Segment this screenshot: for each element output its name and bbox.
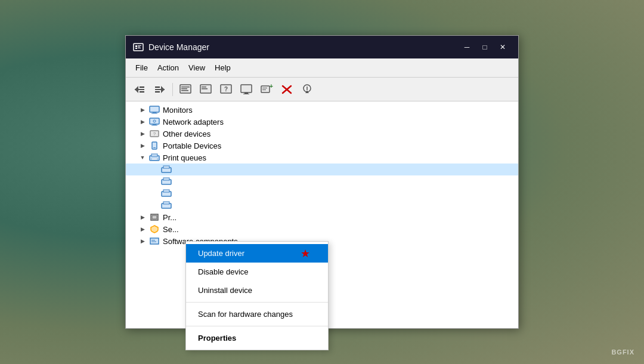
expander-network[interactable]: ▶ bbox=[138, 117, 147, 127]
back-button[interactable] bbox=[131, 81, 148, 98]
monitors-icon bbox=[148, 105, 160, 115]
svg-rect-24 bbox=[244, 92, 248, 94]
ctx-separator-1 bbox=[186, 302, 328, 303]
processors-label: Pr... bbox=[163, 213, 177, 222]
svg-rect-62 bbox=[151, 242, 156, 242]
toolbar-properties-btn[interactable] bbox=[177, 81, 194, 98]
print-item-4-icon bbox=[160, 200, 172, 210]
expander-other[interactable]: ▶ bbox=[138, 129, 147, 138]
expander-software[interactable]: ▶ bbox=[138, 236, 147, 246]
ctx-scan-hardware[interactable]: Scan for hardware changes bbox=[186, 305, 328, 323]
tree-item-print-queues[interactable]: ▼ Print queues bbox=[126, 152, 518, 164]
svg-rect-25 bbox=[243, 94, 249, 94]
network-adapters-label: Network adapters bbox=[163, 118, 224, 127]
svg-rect-16 bbox=[181, 88, 187, 90]
ctx-properties[interactable]: Properties bbox=[186, 329, 328, 347]
toolbar-display-btn[interactable] bbox=[237, 81, 255, 98]
svg-rect-5 bbox=[138, 48, 141, 48]
svg-rect-4 bbox=[138, 47, 140, 47]
ctx-update-driver-label: Update driver bbox=[198, 249, 244, 258]
device-manager-window: Device Manager ─ □ ✕ File Action View He… bbox=[125, 35, 519, 329]
menu-help[interactable]: Help bbox=[210, 61, 236, 74]
svg-rect-39 bbox=[150, 118, 159, 124]
window-controls: ─ □ ✕ bbox=[459, 41, 511, 54]
svg-rect-36 bbox=[150, 106, 159, 112]
svg-text:?: ? bbox=[153, 131, 156, 137]
ctx-disable-device[interactable]: Disable device bbox=[186, 263, 328, 281]
portable-devices-label: Portable Devices bbox=[163, 141, 221, 150]
svg-rect-41 bbox=[151, 125, 157, 126]
toolbar: ? + bbox=[126, 78, 518, 101]
print-item-3-icon bbox=[160, 189, 172, 198]
toolbar-scan-btn[interactable] bbox=[298, 81, 316, 98]
network-icon bbox=[148, 117, 160, 127]
svg-rect-2 bbox=[135, 48, 137, 49]
ctx-uninstall-device[interactable]: Uninstall device bbox=[186, 281, 328, 300]
other-devices-label: Other devices bbox=[163, 129, 210, 138]
menu-view[interactable]: View bbox=[184, 61, 210, 74]
tree-item-other-devices[interactable]: ▶ ? Other devices bbox=[126, 128, 518, 140]
ctx-update-driver[interactable]: Update driver ★ bbox=[186, 244, 328, 263]
title-bar: Device Manager ─ □ ✕ bbox=[126, 36, 518, 58]
print-queues-icon bbox=[148, 153, 160, 162]
svg-rect-11 bbox=[155, 89, 165, 90]
tree-item-print-3[interactable] bbox=[126, 187, 518, 199]
software-components-icon bbox=[148, 236, 160, 246]
minimize-button[interactable]: ─ bbox=[459, 41, 475, 54]
tree-item-monitors[interactable]: ▶ Monitors bbox=[126, 104, 518, 116]
toolbar-help-btn[interactable]: ? bbox=[217, 81, 235, 98]
tree-item-processors[interactable]: ▶ Pr... bbox=[126, 211, 518, 223]
ctx-separator-2 bbox=[186, 326, 328, 326]
close-button[interactable]: ✕ bbox=[494, 41, 511, 54]
svg-rect-40 bbox=[153, 124, 156, 125]
ctx-uninstall-device-label: Uninstall device bbox=[198, 286, 252, 295]
toolbar-remove-btn[interactable] bbox=[278, 81, 296, 98]
star-annotation-icon: ★ bbox=[301, 247, 310, 260]
tree-item-print-1[interactable] bbox=[126, 164, 518, 175]
expander-print[interactable]: ▼ bbox=[138, 153, 147, 162]
print-item-2-icon bbox=[160, 177, 172, 186]
svg-rect-26 bbox=[261, 86, 270, 92]
svg-rect-38 bbox=[151, 113, 157, 114]
tree-item-network-adapters[interactable]: ▶ Network adapters bbox=[126, 116, 518, 128]
svg-rect-46 bbox=[153, 147, 156, 148]
tree-item-portable-devices[interactable]: ▶ Portable Devices bbox=[126, 140, 518, 152]
svg-rect-23 bbox=[241, 85, 252, 92]
other-devices-icon: ? bbox=[148, 129, 160, 138]
svg-rect-7 bbox=[135, 89, 144, 90]
expander-security[interactable]: ▶ bbox=[138, 224, 147, 234]
svg-rect-37 bbox=[153, 112, 156, 113]
toolbar-separator-1 bbox=[172, 83, 173, 96]
expander-monitors[interactable]: ▶ bbox=[138, 105, 147, 115]
toolbar-update-btn[interactable] bbox=[197, 81, 215, 98]
toolbar-add-btn[interactable]: + bbox=[258, 81, 275, 98]
maximize-button[interactable]: □ bbox=[476, 41, 493, 54]
security-label: Se... bbox=[163, 225, 179, 234]
svg-rect-57 bbox=[163, 202, 169, 204]
menu-file[interactable]: File bbox=[131, 61, 153, 74]
window-icon bbox=[133, 42, 144, 53]
ctx-disable-device-label: Disable device bbox=[198, 267, 249, 276]
print-queues-label: Print queues bbox=[163, 153, 206, 162]
expander-processors[interactable]: ▶ bbox=[138, 212, 147, 222]
menu-action[interactable]: Action bbox=[153, 61, 184, 74]
forward-button[interactable] bbox=[151, 81, 169, 98]
svg-rect-49 bbox=[151, 158, 157, 160]
window-title: Device Manager bbox=[148, 42, 209, 52]
security-icon bbox=[148, 224, 160, 234]
expander-print-1 bbox=[150, 165, 159, 174]
svg-rect-29 bbox=[262, 90, 266, 90]
menu-bar: File Action View Help bbox=[126, 58, 518, 78]
svg-rect-12 bbox=[155, 87, 160, 88]
tree-item-print-4[interactable] bbox=[126, 199, 518, 211]
tree-item-print-2[interactable] bbox=[126, 175, 518, 187]
svg-rect-55 bbox=[163, 190, 169, 192]
ctx-scan-hardware-label: Scan for hardware changes bbox=[198, 310, 293, 319]
svg-rect-51 bbox=[163, 166, 169, 168]
expander-portable[interactable]: ▶ bbox=[138, 141, 147, 150]
tree-item-security[interactable]: ▶ Se... bbox=[126, 223, 518, 235]
svg-rect-13 bbox=[155, 91, 160, 92]
svg-rect-59 bbox=[152, 215, 157, 219]
svg-rect-19 bbox=[202, 87, 206, 88]
processors-icon bbox=[148, 212, 160, 222]
